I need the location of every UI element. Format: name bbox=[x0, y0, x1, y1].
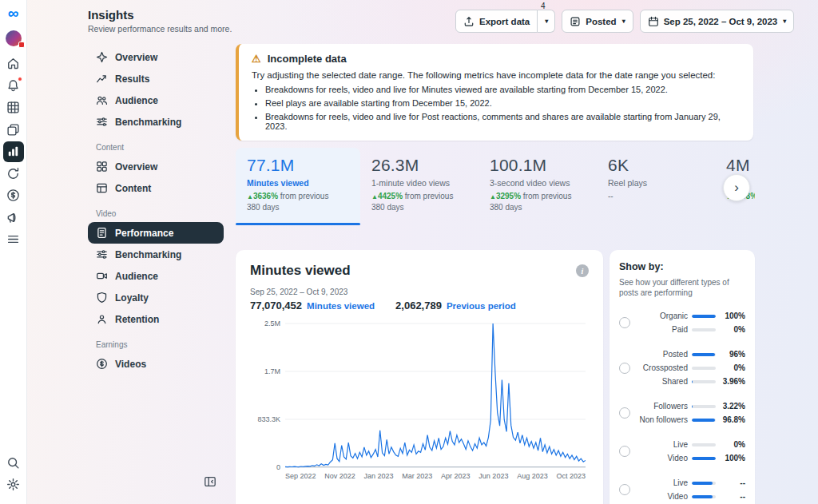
showby-radio-4[interactable] bbox=[619, 484, 630, 495]
minutes-line-chart bbox=[285, 323, 586, 468]
showby-row-video: Video100% bbox=[637, 451, 745, 465]
collapse-sidebar-button[interactable] bbox=[201, 474, 219, 491]
show-by-title: Show by: bbox=[619, 261, 745, 272]
export-count-badge: 4 bbox=[541, 2, 546, 10]
sidebar-item-2-retention[interactable]: Retention bbox=[88, 308, 224, 330]
sidebar-item-0-audience[interactable]: Audience bbox=[88, 89, 224, 111]
export-data-button[interactable]: Export data bbox=[455, 10, 538, 33]
rail-monetization-button[interactable] bbox=[3, 185, 24, 206]
rail-insights-button[interactable] bbox=[3, 141, 24, 162]
showby-percent: 96% bbox=[720, 350, 745, 359]
showby-radio-0[interactable] bbox=[619, 317, 630, 328]
benchmarking-icon bbox=[96, 248, 108, 260]
showby-radio-2[interactable] bbox=[619, 407, 630, 419]
sidebar-item-2-performance[interactable]: Performance bbox=[88, 222, 224, 244]
rail-content-grid-button[interactable] bbox=[3, 97, 24, 118]
showby-row-non-followers: Non followers96.8% bbox=[637, 413, 745, 427]
sidebar-item-2-benchmarking[interactable]: Benchmarking bbox=[88, 244, 224, 265]
warning-title: Incomplete data bbox=[268, 53, 347, 65]
metrics-next-button[interactable]: › bbox=[723, 174, 750, 201]
showby-percent: 0% bbox=[720, 440, 745, 449]
x-tick: Jun 2023 bbox=[478, 472, 508, 480]
nav-section-content: Content bbox=[96, 143, 224, 152]
metrics-carousel: 77.1MMinutes viewed▲3636% from previous … bbox=[236, 148, 755, 225]
rail-ads-button[interactable] bbox=[3, 207, 24, 228]
camera-icon bbox=[96, 270, 108, 282]
showby-bar bbox=[692, 443, 716, 446]
page-avatar[interactable] bbox=[6, 30, 22, 46]
avatar-badge bbox=[18, 42, 25, 48]
metric-label: 1-minute video views bbox=[371, 178, 467, 189]
showby-percent: -- bbox=[720, 492, 745, 501]
sidebar-item-1-content[interactable]: Content bbox=[88, 177, 224, 199]
showby-percent: 3.96% bbox=[720, 377, 745, 386]
export-split-button: Export data ▾ 4 bbox=[455, 10, 555, 33]
sidebar-item-label: Content bbox=[115, 183, 151, 194]
show-by-groups: Organic100%Paid0%Posted96%Crossposted0%S… bbox=[619, 309, 745, 503]
meta-logo[interactable]: ∞ bbox=[8, 6, 19, 23]
showby-bar bbox=[692, 405, 716, 408]
metric-card-0[interactable]: 77.1MMinutes viewed▲3636% from previous … bbox=[236, 148, 360, 225]
warning-bullet: Reel plays are available starting from D… bbox=[265, 98, 741, 108]
x-tick: Mar 2023 bbox=[402, 472, 432, 480]
nav-section-video: Video bbox=[96, 209, 224, 218]
showby-group-4: Live--Video-- bbox=[619, 476, 745, 503]
showby-label: Paid bbox=[637, 325, 688, 334]
sidebar-item-0-results[interactable]: Results bbox=[88, 68, 224, 89]
sidebar-item-3-videos[interactable]: Videos bbox=[88, 353, 224, 375]
metric-card-3[interactable]: 6KReel plays-- bbox=[597, 148, 715, 225]
rail-all-tools-button[interactable] bbox=[3, 229, 24, 250]
loyalty-icon bbox=[96, 292, 108, 304]
sidebar-item-0-benchmarking[interactable]: Benchmarking bbox=[88, 111, 224, 133]
sidebar-item-0-overview[interactable]: Overview bbox=[88, 46, 224, 68]
rail-planner-button[interactable] bbox=[3, 119, 24, 140]
rail-settings-button[interactable] bbox=[3, 474, 24, 495]
info-icon[interactable]: i bbox=[576, 264, 589, 277]
showby-group-3: Live0%Video100% bbox=[619, 438, 745, 465]
minutes-viewed-card: Minutes viewed i Sep 25, 2022 – Oct 9, 2… bbox=[236, 250, 603, 504]
export-options-button[interactable]: ▾ bbox=[538, 10, 555, 33]
previous-period-label[interactable]: Previous period bbox=[447, 301, 516, 311]
overview-icon bbox=[96, 51, 108, 63]
metric-delta: ▲4425% from previous 380 days bbox=[371, 191, 467, 212]
showby-row-live: Live-- bbox=[637, 476, 745, 490]
sidebar-item-label: Retention bbox=[115, 314, 159, 325]
y-tick: 833.3K bbox=[257, 415, 280, 423]
incomplete-data-banner: ⚠ Incomplete data Try adjusting the sele… bbox=[236, 44, 753, 141]
showby-radio-1[interactable] bbox=[619, 363, 630, 374]
rail-search-button[interactable] bbox=[3, 452, 24, 473]
showby-radio-3[interactable] bbox=[619, 446, 630, 457]
sidebar-item-1-overview[interactable]: Overview bbox=[88, 156, 224, 177]
collapse-sidebar-icon bbox=[204, 478, 216, 490]
warning-bullet: Breakdowns for reels, video and live for… bbox=[265, 112, 741, 131]
x-tick: Nov 2022 bbox=[324, 472, 355, 480]
showby-label: Crossposted bbox=[637, 363, 688, 372]
sidebar-item-2-audience[interactable]: Audience bbox=[88, 265, 224, 287]
date-range-button[interactable]: Sep 25, 2022 – Oct 9, 2023 ▾ bbox=[640, 10, 795, 33]
warning-icon: ⚠ bbox=[252, 54, 261, 64]
metric-label: Minutes viewed bbox=[247, 178, 349, 189]
showby-row-posted: Posted96% bbox=[637, 347, 745, 361]
posted-filter-button[interactable]: Posted ▾ bbox=[562, 10, 633, 33]
chart-x-axis: Sep 2022Nov 2022Jan 2023Mar 2023Apr 2023… bbox=[285, 472, 586, 480]
rail-notifications-button[interactable] bbox=[3, 75, 24, 96]
showby-percent: -- bbox=[720, 478, 745, 487]
showby-group-1: Posted96%Crossposted0%Shared3.96% bbox=[619, 347, 745, 388]
nav-section-earnings: Earnings bbox=[96, 340, 224, 349]
metric-value: 100.1M bbox=[490, 156, 586, 175]
posted-icon bbox=[570, 16, 581, 27]
rail-home-button[interactable] bbox=[3, 54, 24, 74]
chart-date-range: Sep 25, 2022 – Oct 9, 2023 bbox=[250, 288, 589, 296]
metric-card-1[interactable]: 26.3M1-minute video views▲4425% from pre… bbox=[360, 148, 478, 225]
showby-label: Live bbox=[637, 440, 688, 449]
insights-nav: OverviewResultsAudienceBenchmarkingConte… bbox=[88, 46, 224, 375]
rail-commerce-button[interactable] bbox=[3, 163, 24, 184]
metric-label: Reel plays bbox=[608, 178, 704, 189]
metric-card-2[interactable]: 100.1M3-second video views▲3295% from pr… bbox=[478, 148, 597, 225]
showby-percent: 0% bbox=[720, 363, 745, 372]
date-range-label: Sep 25, 2022 – Oct 9, 2023 bbox=[664, 17, 778, 26]
total-minutes-value: 77,070,452 bbox=[250, 300, 302, 312]
sidebar-item-2-loyalty[interactable]: Loyalty bbox=[88, 287, 224, 308]
showby-label: Non followers bbox=[637, 415, 688, 424]
metric-label: 3-second video views bbox=[490, 178, 586, 189]
